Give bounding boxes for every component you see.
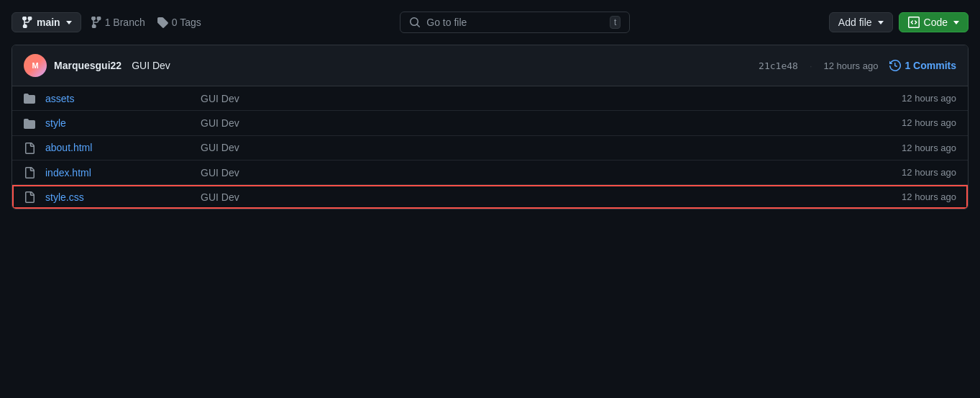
add-file-label: Add file	[838, 17, 872, 28]
file-table: M Marquesgui22 GUI Dev 21c1e48 · 12 hour…	[12, 45, 968, 209]
commit-info-right: 21c1e48 · 12 hours ago 1 Commits	[759, 60, 956, 71]
commit-info-left: M Marquesgui22 GUI Dev	[24, 54, 170, 77]
toolbar: main 1 Branch 0 Tags t Add fil	[12, 12, 968, 33]
commits-count: 1 Commits	[905, 60, 956, 71]
file-time: 12 hours ago	[870, 93, 956, 104]
table-row[interactable]: about.html GUI Dev 12 hours ago	[12, 136, 968, 160]
file-commit-msg: GUI Dev	[201, 117, 870, 129]
commit-message: GUI Dev	[132, 60, 170, 71]
avatar-initials: M	[32, 61, 38, 70]
code-label: Code	[924, 17, 948, 28]
folder-icon	[24, 117, 38, 129]
commit-time: 12 hours ago	[824, 60, 879, 71]
file-commit-msg: GUI Dev	[201, 93, 870, 104]
file-time: 12 hours ago	[870, 117, 956, 128]
git-branch-icon	[21, 17, 32, 28]
code-chevron-icon	[953, 21, 959, 24]
file-name[interactable]: about.html	[45, 142, 189, 153]
add-file-button[interactable]: Add file	[829, 12, 893, 32]
search-icon	[409, 17, 421, 28]
file-icon	[24, 142, 38, 154]
commit-header: M Marquesgui22 GUI Dev 21c1e48 · 12 hour…	[12, 45, 968, 86]
search-input[interactable]	[426, 17, 604, 28]
file-icon	[24, 191, 38, 203]
branch-dropdown[interactable]: main	[12, 12, 81, 32]
folder-icon	[24, 118, 35, 130]
commit-hash[interactable]: 21c1e48	[759, 60, 798, 71]
search-area: t	[210, 12, 820, 33]
tags-link[interactable]: 0 Tags	[157, 17, 201, 28]
add-file-chevron-icon	[878, 21, 884, 24]
file-icon	[24, 191, 35, 203]
branch-chevron-icon	[66, 21, 72, 24]
file-commit-msg: GUI Dev	[201, 191, 870, 203]
folder-icon	[24, 92, 38, 104]
table-row[interactable]: assets GUI Dev 12 hours ago	[12, 86, 968, 111]
file-commit-msg: GUI Dev	[201, 142, 870, 153]
branches-link[interactable]: 1 Branch	[90, 17, 145, 28]
folder-icon	[24, 93, 35, 104]
file-time: 12 hours ago	[870, 167, 956, 178]
avatar: M	[24, 54, 47, 77]
commit-author[interactable]: Marquesgui22	[54, 60, 122, 71]
branches-icon	[90, 17, 101, 28]
tag-icon	[157, 17, 168, 28]
table-row[interactable]: style.css GUI Dev 12 hours ago	[12, 185, 968, 209]
branches-count: 1 Branch	[105, 17, 145, 28]
file-time: 12 hours ago	[870, 143, 956, 153]
file-name[interactable]: style.css	[45, 191, 189, 203]
table-row[interactable]: index.html GUI Dev 12 hours ago	[12, 160, 968, 185]
file-name[interactable]: index.html	[45, 167, 189, 178]
code-button[interactable]: Code	[899, 12, 968, 32]
branch-name: main	[37, 17, 60, 28]
repo-meta: 1 Branch 0 Tags	[90, 17, 201, 28]
file-commit-msg: GUI Dev	[201, 167, 870, 178]
file-rows-container: assets GUI Dev 12 hours ago style GUI De…	[12, 86, 968, 209]
commit-separator: ·	[810, 60, 812, 71]
tags-count: 0 Tags	[172, 17, 201, 28]
table-row[interactable]: style GUI Dev 12 hours ago	[12, 111, 968, 135]
file-name[interactable]: assets	[45, 93, 189, 104]
search-shortcut: t	[610, 16, 620, 29]
file-icon	[24, 167, 35, 178]
file-icon	[24, 143, 35, 154]
file-icon	[24, 166, 38, 178]
file-time: 12 hours ago	[870, 191, 956, 202]
code-brackets-icon	[908, 17, 920, 28]
history-icon	[889, 60, 901, 71]
file-name[interactable]: style	[45, 117, 189, 129]
commits-link[interactable]: 1 Commits	[889, 60, 956, 71]
search-box[interactable]: t	[400, 12, 630, 33]
toolbar-right: Add file Code	[829, 12, 968, 32]
